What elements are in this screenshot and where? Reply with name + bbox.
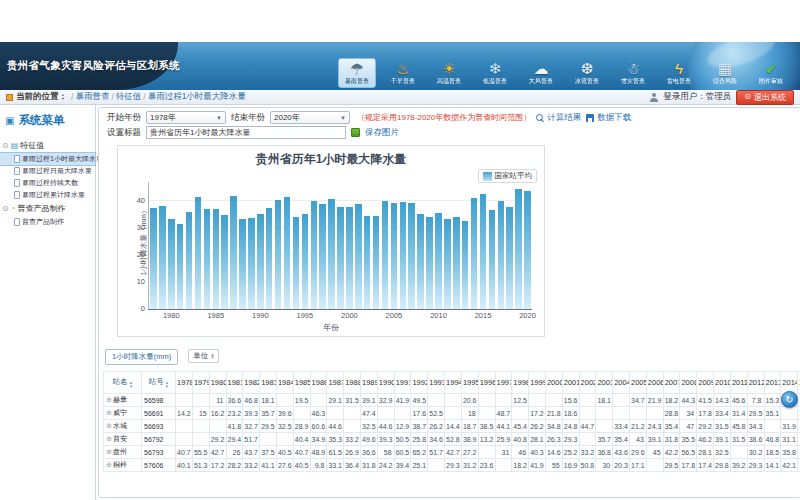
data-download-label: 数据下载 (597, 112, 631, 124)
row-expander-icon[interactable]: ⊕ (106, 461, 112, 468)
breadcrumb-item-feature-values[interactable]: 特征值 (116, 91, 142, 103)
value-cell: 40.1 (176, 459, 193, 472)
bar-2002 (364, 216, 371, 309)
bar-1995 (302, 214, 309, 309)
value-cell: 31 (495, 446, 512, 459)
sort-arrows-icon: ▴▾ (166, 381, 169, 388)
sidebar-item-0-2[interactable]: 暴雨过程持续天数 (0, 177, 95, 189)
nav-item-map-review[interactable]: ✔图件审核 (752, 58, 790, 88)
value-cell: 18.7 (461, 420, 478, 433)
value-cell: 38.6 (747, 433, 764, 446)
value-cell: 31.8 (361, 459, 378, 472)
bar-1989 (248, 218, 255, 309)
bar-slot (389, 182, 398, 309)
measure-chip[interactable]: 1小时降水量(mm) (105, 349, 178, 365)
bar-slot (514, 182, 523, 309)
sidebar-item-0-1[interactable]: 暴雨过程日最大降水量 (0, 165, 95, 177)
value-cell: 21.2 (630, 420, 647, 433)
nav-item-rainstorm-survey[interactable]: ☂暴雨普查 (338, 58, 376, 88)
chart-title-input[interactable] (146, 126, 346, 139)
row-expander-icon[interactable]: ⊕ (106, 435, 112, 442)
value-cell (579, 394, 596, 407)
bar-2005 (391, 203, 398, 309)
nav-item-hail-survey[interactable]: ❆冰雹普查 (568, 58, 606, 88)
bar-1999 (337, 207, 344, 309)
value-cell: 38.9 (461, 433, 478, 446)
col-header-year: 1997 (495, 372, 512, 394)
station-name: 威宁 (113, 409, 127, 416)
station-name-cell: ⊕盘州 (104, 446, 142, 459)
station-table-wrap: 站名 ▴▾站号 ▴▾197819791980198119821983198419… (103, 371, 800, 472)
end-year-select[interactable]: 2020年 ▼ (270, 111, 350, 124)
nav-item-comprehensive-risk[interactable]: ▦综合风险 (706, 58, 744, 88)
value-cell: 36.6 (361, 446, 378, 459)
bar-2007 (408, 203, 415, 309)
bar-2013 (462, 221, 469, 309)
sidebar: ▣ 系统菜单 ⊙▤特征值暴雨过程1小时最大降水量暴雨过程日最大降水量暴雨过程持续… (0, 105, 96, 500)
user-area: 登录用户：管理员 ⊙ 退出系统 (649, 90, 794, 105)
value-cell: 31.5 (730, 433, 747, 446)
sidebar-item-1-0[interactable]: 普查产品制作 (0, 216, 95, 228)
col-header-name[interactable]: 站名 ▴▾ (104, 372, 142, 394)
gale-survey-icon: ☁ (523, 61, 559, 77)
sidebar-group-1[interactable]: ⊙◔普查产品制作 (0, 201, 95, 216)
start-year-select[interactable]: 1978年 ▼ (146, 111, 226, 124)
bar-slot (265, 182, 274, 309)
sidebar-item-0-3[interactable]: 暴雨过程累计降水量 (0, 189, 95, 201)
floating-refresh-button[interactable]: ↻ (781, 391, 798, 408)
bar-slot (398, 182, 407, 309)
nav-item-label: 图件审核 (754, 77, 787, 85)
bar-1990 (257, 214, 264, 309)
x-axis-label: 年份 (323, 322, 339, 333)
logout-button[interactable]: ⊙ 退出系统 (736, 90, 794, 105)
nav-item-snow-survey[interactable]: ☃雪灾普查 (614, 58, 652, 88)
value-cell: 48.7 (495, 407, 512, 420)
nav-item-drought-survey[interactable]: ♨干旱普查 (384, 58, 422, 88)
save-image-link[interactable]: 保存图片 (365, 127, 399, 139)
value-cell: 29.8 (714, 459, 731, 472)
nav-item-gale-survey[interactable]: ☁大风普查 (522, 58, 560, 88)
sidebar-item-0-0[interactable]: 暴雨过程1小时最大降水量 (0, 153, 95, 165)
bar-slot (327, 182, 336, 309)
bar-slot (176, 182, 185, 309)
tree-expander-icon: ⊙ (2, 205, 9, 213)
unit-sort-control[interactable]: 单位 ▴▾ (188, 349, 219, 363)
value-cell: 21.9 (646, 394, 663, 407)
col-header-year: 1987 (327, 372, 344, 394)
calculate-results-link[interactable]: 计算结果 (536, 112, 581, 124)
nav-item-high-temp-survey[interactable]: ☀高温普查 (430, 58, 468, 88)
value-cell (495, 459, 512, 472)
col-header-code[interactable]: 站号 ▴▾ (142, 372, 176, 394)
chart-legend[interactable]: 国家站平均 (478, 169, 538, 183)
menu-window-icon: ▣ (5, 115, 14, 126)
value-cell: 17.6 (411, 407, 428, 420)
sidebar-title-row: ▣ 系统菜单 (0, 105, 95, 138)
nav-item-lightning-survey[interactable]: ϟ雷电普查 (660, 58, 698, 88)
breadcrumb-separator: / (143, 92, 145, 102)
nav-item-low-temp-survey[interactable]: ❄低温普查 (476, 58, 514, 88)
tree-expander-icon: ⊙ (2, 142, 9, 150)
value-cell: 31.9 (781, 420, 798, 433)
value-cell: 18.6 (562, 407, 579, 420)
row-expander-icon[interactable]: ⊕ (106, 448, 112, 455)
value-cell: 13.2 (478, 433, 495, 446)
breadcrumb-item-rainstorm-survey[interactable]: 暴雨普查 (75, 91, 109, 103)
value-cell: 30 (596, 459, 613, 472)
value-cell: 15 (192, 407, 209, 420)
row-expander-icon[interactable]: ⊕ (106, 422, 112, 429)
value-cell: 31.4 (730, 407, 747, 420)
sidebar-group-0[interactable]: ⊙▤特征值 (0, 138, 95, 153)
row-expander-icon[interactable]: ⊕ (106, 396, 112, 403)
bar-slot (407, 182, 416, 309)
row-expander-icon[interactable]: ⊕ (106, 409, 112, 416)
bar-1982 (186, 212, 193, 309)
value-cell: 29.5 (663, 459, 680, 472)
bar-2017 (498, 201, 505, 309)
bar-1983 (195, 197, 202, 309)
value-cell: 38.7 (411, 420, 428, 433)
data-download-link[interactable]: 数据下载 (586, 112, 631, 124)
breadcrumb-item-1h-max-precip[interactable]: 暴雨过程1小时最大降水量 (148, 91, 246, 103)
value-cell: 39.1 (714, 433, 731, 446)
sort-arrows-icon: ▴▾ (211, 353, 214, 360)
value-cell: 44.3 (680, 394, 697, 407)
